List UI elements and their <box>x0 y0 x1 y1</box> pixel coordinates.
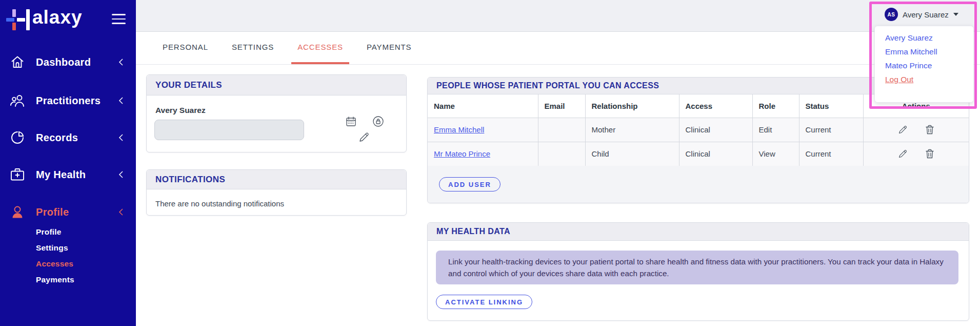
chevron-left-icon <box>118 58 124 66</box>
health-data-notice: Link your health-tracking devices to you… <box>436 251 958 284</box>
halaxy-logo-text: alaxy <box>32 4 83 31</box>
column-header-name: Name <box>428 94 538 118</box>
menu-item-avery-suarez[interactable]: Avery Suarez <box>875 31 973 45</box>
cell-relationship: Mother <box>585 118 679 142</box>
sidebar-item-profile[interactable]: Profile <box>0 201 136 223</box>
health-data-notice-text: Link your health-tracking devices to you… <box>448 256 946 279</box>
records-pie-icon <box>10 129 25 146</box>
home-icon <box>10 54 25 70</box>
cell-access: Clinical <box>679 118 752 142</box>
patient-link-emma-mitchell[interactable]: Emma Mitchell <box>434 125 484 134</box>
sidebar-item-label: Dashboard <box>36 56 91 68</box>
notifications-message: There are no outstanding notifications <box>155 199 284 208</box>
menu-item-emma-mitchell[interactable]: Emma Mitchell <box>875 45 973 59</box>
sidebar-item-label: My Health <box>36 169 86 181</box>
patient-link-mateo-prince[interactable]: Mr Mateo Prince <box>434 149 490 158</box>
sidebar-item-label: Practitioners <box>36 95 101 107</box>
my-health-data-title: MY HEALTH DATA <box>428 223 969 241</box>
column-header-status: Status <box>799 94 863 118</box>
sidebar-item-my-health[interactable]: My Health <box>0 164 136 185</box>
your-details-title: YOUR DETAILS <box>147 75 406 95</box>
halaxy-logo[interactable]: alaxy <box>6 4 83 31</box>
sidebar-item-label: Profile <box>36 206 69 218</box>
cell-access: Clinical <box>679 142 752 166</box>
notifications-title: NOTIFICATIONS <box>147 170 406 189</box>
sidebar-item-records[interactable]: Records <box>0 127 136 148</box>
table-row: Mr Mateo Prince Child Clinical View Curr… <box>428 142 969 166</box>
portal-access-table: Name Email Relationship Access Role Stat… <box>428 94 969 166</box>
delete-trash-icon[interactable] <box>925 125 934 135</box>
tab-settings[interactable]: SETTINGS <box>226 32 280 64</box>
hamburger-menu-icon[interactable] <box>112 14 126 24</box>
add-user-button[interactable]: ADD USER <box>439 177 501 191</box>
top-bar <box>136 0 980 32</box>
account-user-name: Avery Suarez <box>903 10 949 19</box>
person-icon <box>10 204 25 220</box>
practitioners-icon <box>10 92 25 109</box>
account-menu-trigger[interactable]: AS Avery Suarez <box>885 5 958 24</box>
sidebar-subitem-settings[interactable]: Settings <box>36 243 68 256</box>
edit-pencil-icon[interactable] <box>898 125 908 135</box>
notifications-card: NOTIFICATIONS There are no outstanding n… <box>146 169 407 216</box>
medical-kit-icon <box>10 166 25 183</box>
edit-pencil-icon[interactable] <box>898 149 908 159</box>
details-field[interactable] <box>154 120 304 140</box>
cell-status: Current <box>799 118 863 142</box>
tab-payments[interactable]: PAYMENTS <box>361 32 418 64</box>
sidebar-subitem-profile[interactable]: Profile <box>36 227 62 240</box>
menu-item-mateo-prince[interactable]: Mateo Prince <box>875 59 973 72</box>
user-display-name: Avery Suarez <box>155 106 206 115</box>
my-health-data-card: MY HEALTH DATA Link your health-tracking… <box>427 222 969 321</box>
column-header-email: Email <box>538 94 585 118</box>
chevron-left-icon <box>118 133 124 142</box>
chevron-down-icon <box>953 13 958 16</box>
cell-role: Edit <box>752 118 799 142</box>
table-row: Emma Mitchell Mother Clinical Edit Curre… <box>428 118 969 142</box>
your-details-card: YOUR DETAILS Avery Suarez <box>146 74 407 152</box>
chevron-left-icon <box>118 170 124 179</box>
cell-role: View <box>752 142 799 166</box>
delete-trash-icon[interactable] <box>925 149 934 159</box>
lock-circle-icon[interactable] <box>372 116 384 127</box>
tab-personal[interactable]: PERSONAL <box>156 32 214 64</box>
profile-tab-bar: PERSONAL SETTINGS ACCESSES PAYMENTS <box>136 32 980 65</box>
table-footer: ADD USER <box>428 166 969 203</box>
account-dropdown-menu: Avery Suarez Emma Mitchell Mateo Prince … <box>874 26 974 103</box>
calendar-icon[interactable] <box>346 116 356 127</box>
sidebar: alaxy Dashboard Practitioners Records My… <box>0 0 136 326</box>
activate-linking-button[interactable]: ACTIVATE LINKING <box>436 295 532 309</box>
column-header-role: Role <box>752 94 799 118</box>
avatar: AS <box>885 8 898 21</box>
sidebar-item-practitioners[interactable]: Practitioners <box>0 90 136 111</box>
cell-email <box>538 142 585 166</box>
halaxy-logo-mark-icon <box>6 4 31 31</box>
edit-pencil-icon[interactable] <box>358 131 370 143</box>
cell-relationship: Child <box>585 142 679 166</box>
menu-item-log-out[interactable]: Log Out <box>875 72 973 86</box>
sidebar-subitem-payments[interactable]: Payments <box>36 275 74 287</box>
column-header-relationship: Relationship <box>585 94 679 118</box>
chevron-left-icon <box>118 208 124 216</box>
sidebar-item-dashboard[interactable]: Dashboard <box>0 51 136 73</box>
chevron-left-icon <box>118 97 124 105</box>
cell-email <box>538 118 585 142</box>
column-header-access: Access <box>679 94 752 118</box>
cell-status: Current <box>799 142 863 166</box>
tab-accesses[interactable]: ACCESSES <box>291 32 349 64</box>
sidebar-subitem-accesses[interactable]: Accesses <box>36 259 73 272</box>
sidebar-item-label: Records <box>36 132 78 144</box>
